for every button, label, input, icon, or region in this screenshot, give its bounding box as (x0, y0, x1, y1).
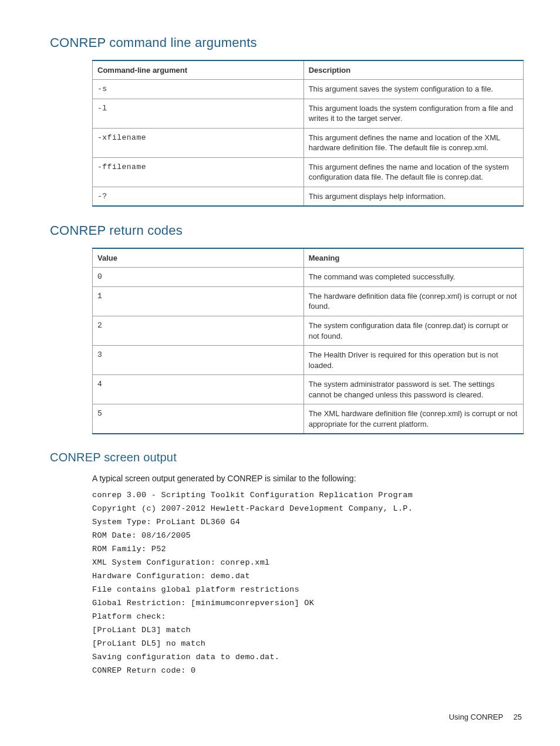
args-header-desc: Description (303, 60, 523, 80)
table-row: -lThis argument loads the system configu… (93, 99, 524, 128)
value-cell: 5 (93, 404, 304, 434)
meaning-cell: The system administrator password is set… (303, 375, 523, 404)
value-cell: 4 (93, 375, 304, 404)
table-row: 0The command was completed successfully. (93, 268, 524, 287)
args-header-arg: Command-line argument (93, 60, 304, 80)
meaning-cell: The system configuration data file (conr… (303, 316, 523, 346)
value-cell: 1 (93, 286, 304, 316)
table-row: 3The Health Driver is required for this … (93, 346, 524, 375)
heading-output: CONREP screen output (50, 451, 522, 464)
table-row: -sThis argument saves the system configu… (93, 80, 524, 99)
arg-cell: -s (93, 80, 304, 99)
desc-cell: This argument defines the name and locat… (303, 128, 523, 157)
desc-cell: This argument loads the system configura… (303, 99, 523, 128)
value-cell: 3 (93, 346, 304, 375)
footer-section: Using CONREP (449, 713, 503, 721)
arg-cell: -l (93, 99, 304, 128)
footer-page-number: 25 (514, 713, 522, 721)
arg-cell: -xfilename (93, 128, 304, 157)
meaning-cell: The XML hardware definition file (conrep… (303, 404, 523, 434)
arg-cell: -? (93, 187, 304, 206)
arg-cell: -ffilename (93, 157, 304, 187)
table-row: -xfilenameThis argument defines the name… (93, 128, 524, 157)
page-footer: Using CONREP 25 (449, 713, 522, 721)
desc-cell: This argument defines the name and locat… (303, 157, 523, 187)
args-table: Command-line argument Description -sThis… (92, 60, 524, 207)
table-row: 1The hardware definition data file (conr… (93, 286, 524, 316)
table-row: 5The XML hardware definition file (conre… (93, 404, 524, 434)
table-row: 2The system configuration data file (con… (93, 316, 524, 346)
table-row: -?This argument displays help informatio… (93, 187, 524, 206)
screen-output-block: conrep 3.00 - Scripting Toolkit Configur… (92, 489, 522, 677)
meaning-cell: The Health Driver is required for this o… (303, 346, 523, 375)
table-row: 4The system administrator password is se… (93, 375, 524, 404)
output-intro-text: A typical screen output generated by CON… (92, 474, 522, 483)
value-cell: 0 (93, 268, 304, 287)
meaning-cell: The command was completed successfully. (303, 268, 523, 287)
heading-args: CONREP command line arguments (50, 35, 522, 50)
codes-header-val: Value (93, 248, 304, 268)
heading-codes: CONREP return codes (50, 223, 522, 238)
desc-cell: This argument displays help information. (303, 187, 523, 206)
codes-header-mean: Meaning (303, 248, 523, 268)
codes-table: Value Meaning 0The command was completed… (92, 248, 524, 434)
meaning-cell: The hardware definition data file (conre… (303, 286, 523, 316)
value-cell: 2 (93, 316, 304, 346)
desc-cell: This argument saves the system configura… (303, 80, 523, 99)
table-row: -ffilenameThis argument defines the name… (93, 157, 524, 187)
